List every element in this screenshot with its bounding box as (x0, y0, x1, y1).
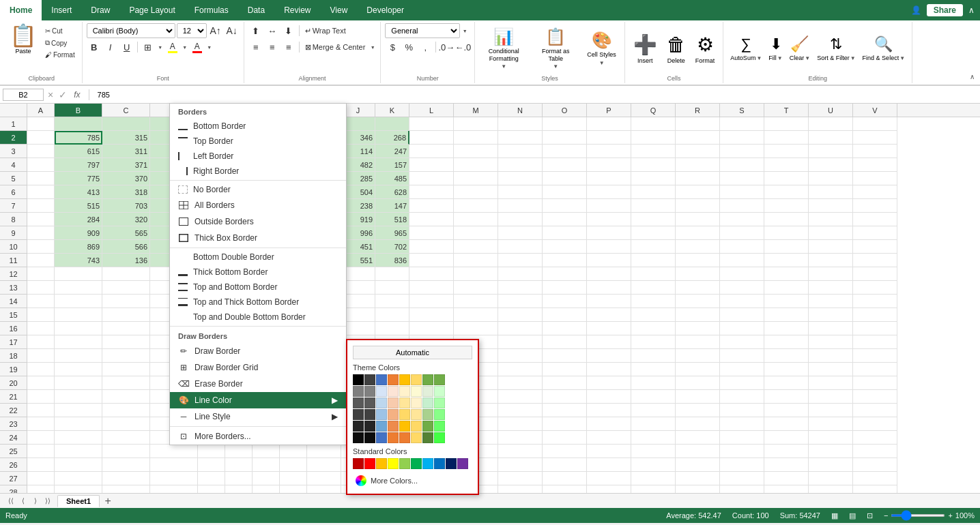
cell-21-13[interactable] (498, 390, 543, 404)
cell-25-18[interactable] (720, 445, 764, 458)
theme-color-swatch-4-0[interactable] (353, 421, 364, 432)
cell-k1[interactable] (375, 117, 409, 131)
cell-16-1[interactable] (55, 322, 102, 335)
cell-26-13[interactable] (498, 458, 543, 472)
cell-13-10[interactable] (375, 281, 409, 295)
cell-17-2[interactable] (102, 335, 150, 349)
theme-color-swatch-5-4[interactable] (399, 432, 410, 443)
cell-22-19[interactable] (764, 404, 809, 417)
cell-22-2[interactable] (102, 404, 150, 417)
cell-c1[interactable] (102, 117, 150, 131)
expand-icon[interactable]: ∧ (968, 5, 975, 15)
row-header-17[interactable]: 17 (0, 335, 27, 349)
font-size-select[interactable]: 12 (177, 23, 207, 38)
font-color-arrow[interactable]: ▼ (206, 40, 213, 55)
cell-26-4[interactable] (198, 458, 225, 472)
cell-20-18[interactable] (720, 376, 764, 390)
zoom-out-button[interactable]: − (884, 511, 888, 520)
theme-color-swatch-0-0[interactable] (353, 374, 364, 385)
cell-22-14[interactable] (543, 404, 587, 417)
cell-27-4[interactable] (198, 472, 225, 485)
cell-n2[interactable] (498, 131, 543, 145)
cell-12-12[interactable] (454, 267, 498, 281)
row-header-14[interactable]: 14 (0, 295, 27, 308)
fill-color-arrow[interactable]: ▼ (182, 40, 188, 55)
cell-23-1[interactable] (55, 417, 102, 431)
bottom-border-item[interactable]: Bottom Border (170, 119, 346, 134)
theme-color-swatch-3-4[interactable] (399, 409, 410, 420)
cell-28-1[interactable] (55, 485, 102, 493)
cell-25-6[interactable] (253, 445, 280, 458)
cell-25-15[interactable] (587, 445, 631, 458)
font-color-button[interactable]: A (190, 40, 205, 55)
cell-25-17[interactable] (676, 445, 720, 458)
cell-15-17[interactable] (676, 308, 720, 322)
cell-12-14[interactable] (543, 267, 587, 281)
theme-color-swatch-0-6[interactable] (422, 374, 433, 385)
underline-button[interactable]: U (119, 40, 134, 55)
theme-color-swatch-1-6[interactable] (422, 386, 433, 397)
col-header-k[interactable]: K (375, 104, 409, 117)
copy-button[interactable]: ⧉ Copy (42, 38, 78, 48)
cell-19-19[interactable] (764, 363, 809, 376)
cell-21-21[interactable] (853, 390, 897, 404)
bold-button[interactable]: B (87, 40, 102, 55)
cell-14-21[interactable] (853, 295, 897, 308)
cell-b1[interactable] (55, 117, 102, 131)
cell-16-18[interactable] (720, 322, 764, 335)
automatic-color-button[interactable]: Automatic (353, 346, 472, 359)
theme-color-swatch-5-6[interactable] (422, 432, 433, 443)
more-borders-item[interactable]: ⊡ More Borders... (170, 428, 346, 445)
cell-25-4[interactable] (198, 445, 225, 458)
cell-28-3[interactable] (150, 485, 198, 493)
align-left-button[interactable]: ≡ (248, 40, 263, 55)
cell-17-21[interactable] (853, 335, 897, 349)
borders-arrow[interactable]: ▼ (157, 40, 164, 55)
cell-28-5[interactable] (225, 485, 253, 493)
tab-data[interactable]: Data (238, 0, 274, 20)
cell-c3[interactable]: 311 (102, 145, 150, 158)
cell-24-21[interactable] (853, 431, 897, 445)
cell-p1[interactable] (587, 117, 631, 131)
cell-25-3[interactable] (150, 445, 198, 458)
zoom-in-button[interactable]: + (948, 511, 952, 520)
paste-button[interactable]: 📋 Paste (5, 23, 41, 56)
cell-a3[interactable] (27, 145, 55, 158)
sheet-nav-prev[interactable]: ⟨ (18, 496, 29, 507)
tab-review[interactable]: Review (274, 0, 320, 20)
cell-17-18[interactable] (720, 335, 764, 349)
tab-developer[interactable]: Developer (357, 0, 414, 20)
cell-14-20[interactable] (809, 295, 853, 308)
cell-16-20[interactable] (809, 322, 853, 335)
cell-19-20[interactable] (809, 363, 853, 376)
align-right-button[interactable]: ≡ (281, 40, 296, 55)
theme-color-swatch-1-2[interactable] (376, 386, 387, 397)
right-border-item[interactable]: Right Border (170, 164, 346, 179)
cell-25-7[interactable] (280, 445, 307, 458)
cell-19-18[interactable] (720, 363, 764, 376)
standard-color-swatch-3[interactable] (388, 458, 399, 469)
cell-27-6[interactable] (253, 472, 280, 485)
theme-color-swatch-5-1[interactable] (364, 432, 375, 443)
cell-23-16[interactable] (631, 417, 676, 431)
cell-19-1[interactable] (55, 363, 102, 376)
cell-15-0[interactable] (27, 308, 55, 322)
cell-24-14[interactable] (543, 431, 587, 445)
cell-18-1[interactable] (55, 349, 102, 363)
cell-14-2[interactable] (102, 295, 150, 308)
thick-box-border-item[interactable]: Thick Box Border (170, 230, 346, 246)
col-header-v[interactable]: V (853, 104, 897, 117)
align-middle-button[interactable]: ↔ (265, 23, 280, 38)
cell-20-13[interactable] (498, 376, 543, 390)
cell-13-13[interactable] (498, 281, 543, 295)
cell-21-18[interactable] (720, 390, 764, 404)
theme-color-swatch-2-1[interactable] (364, 397, 375, 408)
cell-13-1[interactable] (55, 281, 102, 295)
cell-20-21[interactable] (853, 376, 897, 390)
cell-15-21[interactable] (853, 308, 897, 322)
theme-color-swatch-1-4[interactable] (399, 386, 410, 397)
cell-22-13[interactable] (498, 404, 543, 417)
cell-p2[interactable] (587, 131, 631, 145)
cell-27-17[interactable] (676, 472, 720, 485)
cell-16-16[interactable] (631, 322, 676, 335)
